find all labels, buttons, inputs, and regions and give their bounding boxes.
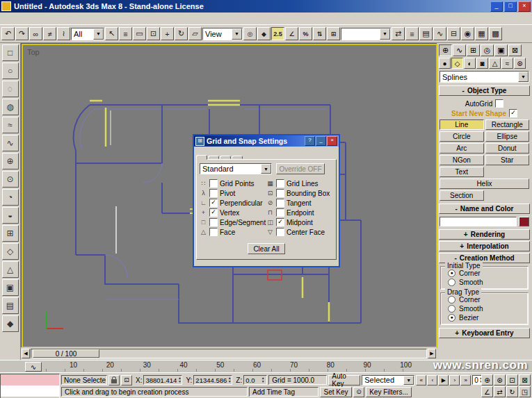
snap-checkbox[interactable]: ✓ [276,218,284,226]
select-and-manipulate-icon[interactable]: ◆ [257,27,271,40]
redo-icon[interactable]: ↷ [15,27,29,40]
select-and-scale-icon[interactable]: ▱ [188,27,202,40]
close-button[interactable]: × [518,1,531,12]
snap-option-center-face[interactable]: ▽ Center Face [266,227,333,237]
add-time-tag[interactable]: Add Time Tag [249,387,319,397]
line-button[interactable]: Line [440,119,484,130]
arc-rotate-button[interactable]: ↻ [506,386,518,397]
category-geometry-icon[interactable]: ● [439,58,451,69]
tab-motion-icon[interactable]: ◎ [481,44,494,56]
spinner-icon[interactable]: ▲▼ [260,376,266,383]
clear-all-button[interactable]: Clear All [248,243,285,254]
reactor-dashpot-icon[interactable]: ⊙ [2,171,19,188]
category-cameras-icon[interactable]: ◙ [476,58,488,69]
listener-macro-row[interactable] [1,374,59,385]
rollout-object-type[interactable]: - Object Type [439,85,530,96]
menu-maxscript[interactable] [92,18,99,19]
menu-customize[interactable] [85,18,92,19]
snap-option-grid-lines[interactable]: ▦ Grid Lines [266,179,333,188]
go-to-end-button[interactable]: » [460,375,471,385]
initial-corner-radio[interactable]: ● Corner [448,269,524,278]
category-lights-icon[interactable]: ◐ [464,58,476,69]
start-new-shape-checkbox[interactable]: ✓ [509,109,517,117]
reactor-rope-collection-icon[interactable]: ◍ [2,99,19,115]
quick-render-icon[interactable]: ▩ [489,27,502,40]
menu-animation[interactable] [64,18,71,19]
menu-tools[interactable] [15,18,22,19]
listener-script-row[interactable] [1,385,59,397]
snap-option-edge-segment[interactable]: □ Edge/Segment [200,217,266,227]
dialog-close-button[interactable]: × [327,136,337,146]
reactor-water-icon[interactable]: △ [2,261,19,278]
section-button[interactable]: Section [440,190,484,201]
y-coordinate-field[interactable]: 21344.586 ▲▼ [193,375,232,385]
snap-checkbox[interactable]: ✓ [209,208,218,217]
tab-display-icon[interactable]: ▣ [494,44,508,56]
bind-to-space-warp-icon[interactable]: ≀ [57,27,70,40]
menu-modifiers[interactable] [43,18,50,19]
snap-checkbox[interactable] [209,228,218,236]
snap-checkbox[interactable] [276,228,284,236]
menu-views[interactable] [29,18,36,19]
tab-utilities-icon[interactable]: ⊠ [508,44,522,56]
snap-option-perpendicular[interactable]: ∟ ✓ Perpendicular [200,198,266,208]
select-by-name-icon[interactable]: ≡ [119,27,132,40]
rectangle-button[interactable]: Rectangle [485,119,530,130]
snaps-toggle-icon[interactable]: 2.5 [271,27,284,40]
snap-checkbox[interactable] [209,218,218,226]
use-pivot-center-icon[interactable]: ◎ [243,27,257,40]
chevron-down-icon[interactable]: ▼ [93,28,104,40]
coordinate-system-dropdown[interactable]: View ▼ [202,28,243,40]
key-filters-button[interactable]: Key Filters... [366,387,412,397]
time-slider-right-arrow[interactable]: ▶ [428,349,436,358]
star-button[interactable]: Star [485,155,530,165]
drag-corner-radio[interactable]: Corner [448,295,524,304]
reactor-fracture-icon[interactable]: ◒ [2,207,19,224]
reactor-preview-icon[interactable]: ▣ [2,279,19,296]
chevron-down-icon[interactable]: ▼ [518,72,529,82]
time-slider-handle[interactable]: 0 / 100 [33,349,99,358]
snap-option-bounding-box[interactable]: ⊡ Bounding Box [266,188,333,198]
minimize-button[interactable]: _ [490,1,503,12]
menu-group[interactable] [22,18,29,19]
snap-checkbox[interactable] [276,179,284,188]
window-crossing-icon[interactable]: ⊡ [147,27,160,40]
tab-create-icon[interactable]: ⊕ [439,44,452,56]
menu-rendering[interactable] [78,18,85,19]
snap-option-face[interactable]: △ Face [200,227,266,237]
select-and-rotate-icon[interactable]: ↻ [175,27,188,40]
reactor-wind-icon[interactable]: ◇ [2,243,19,260]
pan-button[interactable]: ⇄ [494,386,506,397]
key-selection-dropdown[interactable]: Selected ▼ [362,375,414,385]
render-scene-icon[interactable]: ▦ [475,27,488,40]
zoom-extents-all-button[interactable]: ⊠ [519,374,531,385]
select-and-link-icon[interactable]: ∞ [29,27,42,40]
dialog-help-button[interactable]: ? [305,136,315,146]
snap-checkbox[interactable] [276,208,284,217]
selection-region-icon[interactable]: ▭ [133,27,146,40]
key-mode-toggle-button[interactable]: ⊙ [353,387,364,397]
chevron-down-icon[interactable]: ▼ [261,164,271,174]
reactor-spring-icon[interactable]: ⊕ [2,153,19,169]
auto-key-button[interactable]: Auto Key [328,375,360,385]
donut-button[interactable]: Donut [485,143,530,154]
go-to-start-button[interactable]: « [416,375,426,385]
drag-bezier-radio[interactable]: ● Bezier [448,313,524,322]
previous-frame-button[interactable]: ‹ [427,375,437,385]
snap-option-tangent[interactable]: ⊘ Tangent [266,198,333,208]
unlink-selection-icon[interactable]: ≠ [43,27,56,40]
menu-graph-editors[interactable] [71,18,78,19]
tab-user-grids[interactable] [232,156,243,159]
ngon-button[interactable]: NGon [440,155,484,165]
schematic-view-icon[interactable]: ⊟ [447,27,460,40]
reactor-rigid-body-collection-icon[interactable]: □ [2,44,19,61]
absolute-mode-button[interactable]: ⊡ [121,375,132,385]
helix-button[interactable]: Helix [440,179,529,189]
category-helpers-icon[interactable]: △ [489,58,501,69]
undo-icon[interactable]: ↶ [1,27,15,40]
menu-create[interactable] [36,18,43,19]
percent-snap-icon[interactable]: % [299,27,312,40]
tab-home-grid[interactable] [220,156,231,159]
reactor-deforming-mesh-icon[interactable]: ≈ [2,117,19,133]
ellipse-button[interactable]: Ellipse [485,131,530,142]
